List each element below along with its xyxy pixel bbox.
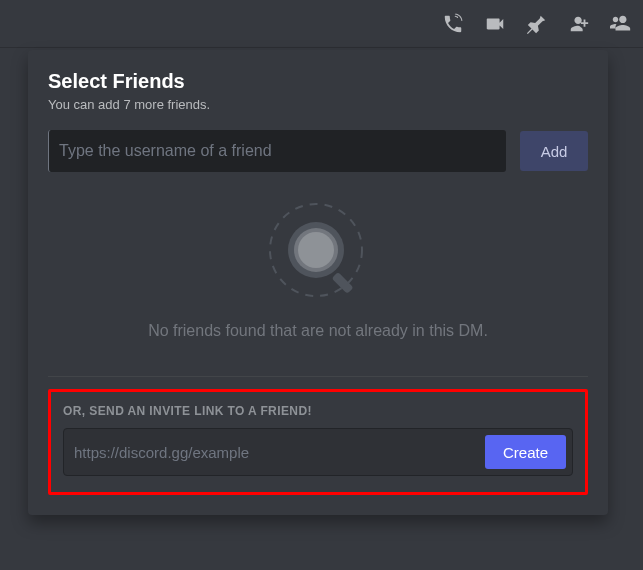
svg-point-3 bbox=[298, 232, 334, 268]
modal-title: Select Friends bbox=[48, 70, 588, 93]
invite-row: Create bbox=[63, 428, 573, 476]
divider bbox=[48, 376, 588, 377]
top-toolbar bbox=[0, 0, 643, 48]
pin-icon[interactable] bbox=[525, 12, 549, 36]
friend-search-input[interactable] bbox=[48, 130, 506, 172]
empty-state: No friends found that are not already in… bbox=[48, 186, 588, 358]
invite-label: OR, SEND AN INVITE LINK TO A FRIEND! bbox=[63, 404, 573, 418]
magnifier-icon bbox=[258, 194, 378, 314]
members-icon[interactable] bbox=[609, 12, 633, 36]
video-icon[interactable] bbox=[483, 12, 507, 36]
select-friends-modal: Select Friends You can add 7 more friend… bbox=[28, 50, 608, 515]
search-row: Add bbox=[48, 130, 588, 172]
svg-rect-4 bbox=[332, 272, 354, 294]
add-friend-icon[interactable] bbox=[567, 12, 591, 36]
invite-section: OR, SEND AN INVITE LINK TO A FRIEND! Cre… bbox=[48, 389, 588, 495]
add-button[interactable]: Add bbox=[520, 131, 588, 171]
call-icon[interactable] bbox=[441, 12, 465, 36]
empty-text: No friends found that are not already in… bbox=[48, 322, 588, 340]
invite-link-input[interactable] bbox=[74, 444, 485, 461]
create-button[interactable]: Create bbox=[485, 435, 566, 469]
modal-subtitle: You can add 7 more friends. bbox=[48, 97, 588, 112]
